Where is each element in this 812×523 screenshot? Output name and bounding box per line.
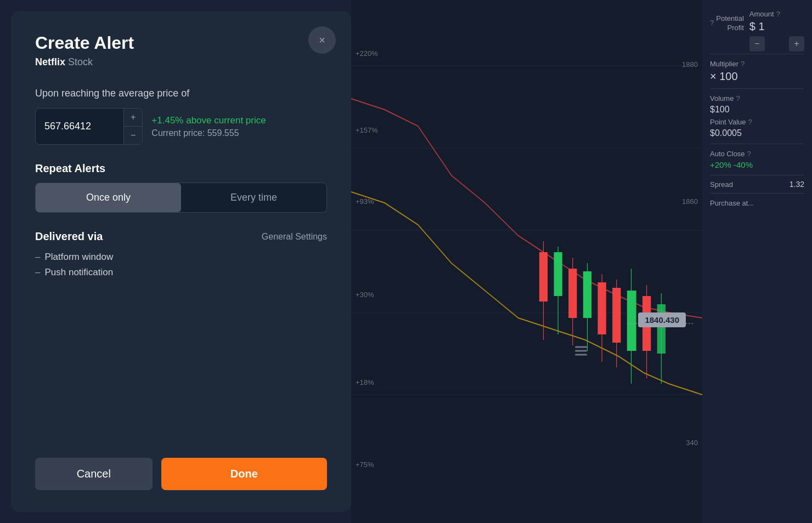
y-label-1880: 1880 [682, 60, 698, 69]
info-icon-volume[interactable]: ? [736, 94, 740, 103]
svg-rect-10 [568, 269, 577, 318]
svg-rect-14 [598, 282, 606, 334]
amount-section: Amount ? $ 1 − + [744, 10, 804, 52]
amount-decrement-button[interactable]: − [749, 36, 765, 52]
chart-area: 1880 1860 340 +220% +157% +93% +30% +18%… [351, 0, 702, 523]
platform-window-label: Platform window [44, 252, 113, 263]
pct-label-220: +220% [356, 49, 378, 58]
spread-value: 1.32 [790, 180, 804, 189]
current-price-label-box: 1840.430 [638, 312, 686, 327]
chart-svg [351, 0, 702, 523]
pct-label-30: +30% [356, 291, 374, 299]
done-button[interactable]: Done [161, 458, 327, 490]
cancel-button[interactable]: Cancel [35, 458, 153, 490]
pct-label-18: +18% [356, 378, 374, 386]
hamburger-icon[interactable] [575, 346, 587, 356]
price-decrement-button[interactable]: − [124, 127, 142, 144]
once-only-button[interactable]: Once only [36, 183, 181, 212]
purchase-at-label: Purchase at... [710, 199, 754, 207]
action-buttons-row: Cancel Done [35, 458, 327, 490]
potential-profit-section: ? PotentialProfit [710, 10, 744, 34]
multiplier-section: Multiplier ? × 100 [710, 54, 804, 89]
delivered-header: Delivered via General Settings [35, 230, 327, 243]
volume-label: Volume ? [710, 94, 804, 103]
svg-rect-18 [627, 291, 636, 351]
pct-label-93: +93% [356, 197, 374, 206]
spread-row: Spread 1.32 [710, 175, 804, 194]
info-icon-auto-close[interactable]: ? [747, 150, 751, 158]
price-stepper: + − [123, 109, 142, 144]
spread-label: Spread [710, 180, 733, 189]
info-icon-multiplier[interactable]: ? [741, 60, 745, 68]
price-section-label: Upon reaching the average price of [35, 88, 327, 99]
info-icon-amount[interactable]: ? [776, 10, 780, 18]
auto-close-label: Auto Close ? [710, 150, 804, 158]
stock-name: Netflix [35, 56, 65, 67]
pct-label-157: +157% [356, 126, 378, 134]
repeat-toggle: Once only Every time [35, 183, 327, 213]
price-input[interactable] [36, 113, 123, 140]
auto-close-value: +20% -40% [710, 160, 804, 169]
potential-profit-label: PotentialProfit [716, 14, 744, 33]
svg-rect-22 [657, 304, 666, 354]
platform-window-item: – Platform window [35, 249, 327, 265]
volume-section: Volume ? $100 Point Value ? $0.0005 [710, 89, 804, 144]
price-input-row: + − +1.45% above current price Current p… [35, 108, 327, 145]
svg-rect-16 [612, 288, 621, 343]
amount-value: $ 1 [749, 20, 804, 33]
every-time-button[interactable]: Every time [181, 183, 326, 212]
dash-icon-2: – [35, 267, 40, 278]
potential-profit-header: ? PotentialProfit [710, 10, 744, 34]
svg-rect-6 [539, 252, 548, 302]
volume-value: $100 [710, 105, 804, 115]
info-icon-point-value[interactable]: ? [748, 118, 752, 126]
multiplier-value: × 100 [710, 70, 804, 83]
y-label-340: 340 [686, 439, 698, 447]
point-value-value: $0.0005 [710, 128, 804, 138]
auto-close-section: Auto Close ? +20% -40% [710, 144, 804, 175]
purchase-at-section: Purchase at... [710, 194, 804, 213]
right-panel: ? PotentialProfit Amount ? $ 1 − + Multi… [702, 0, 812, 523]
push-notification-label: Push notification [44, 267, 113, 278]
amount-increment-button[interactable]: + [789, 36, 804, 52]
amount-label: Amount ? [749, 10, 804, 18]
info-icon-potential[interactable]: ? [710, 19, 714, 28]
close-button[interactable]: × [308, 26, 336, 54]
current-price-text: Current price: 559.555 [151, 128, 266, 138]
stock-type: Stock [68, 56, 93, 67]
current-chart-price: 1840.430 [645, 315, 679, 325]
dash-icon-1: – [35, 252, 40, 263]
general-settings-link[interactable]: General Settings [262, 232, 327, 242]
price-input-wrapper: + − [35, 108, 143, 145]
dialog-subtitle: Netflix Stock [35, 56, 327, 68]
push-notification-item: – Push notification [35, 265, 327, 280]
point-value-label: Point Value ? [710, 118, 804, 126]
svg-rect-12 [583, 271, 591, 318]
price-info: +1.45% above current price Current price… [151, 108, 266, 145]
delivered-label: Delivered via [35, 230, 103, 243]
multiplier-label: Multiplier ? [710, 60, 804, 68]
repeat-alerts-label: Repeat Alerts [35, 162, 327, 175]
create-alert-dialog: × Create Alert Netflix Stock Upon reachi… [11, 11, 351, 512]
repeat-alerts-section: Repeat Alerts Once only Every time [35, 162, 327, 213]
dialog-title: Create Alert [35, 33, 327, 53]
price-above-text: +1.45% above current price [151, 115, 266, 126]
amount-controls: − + [749, 36, 804, 52]
y-label-1860: 1860 [682, 197, 698, 206]
pct-label-75: +75% [356, 461, 374, 469]
price-increment-button[interactable]: + [124, 109, 142, 127]
delivered-via-section: Delivered via General Settings – Platfor… [35, 230, 327, 280]
svg-rect-8 [554, 252, 562, 296]
